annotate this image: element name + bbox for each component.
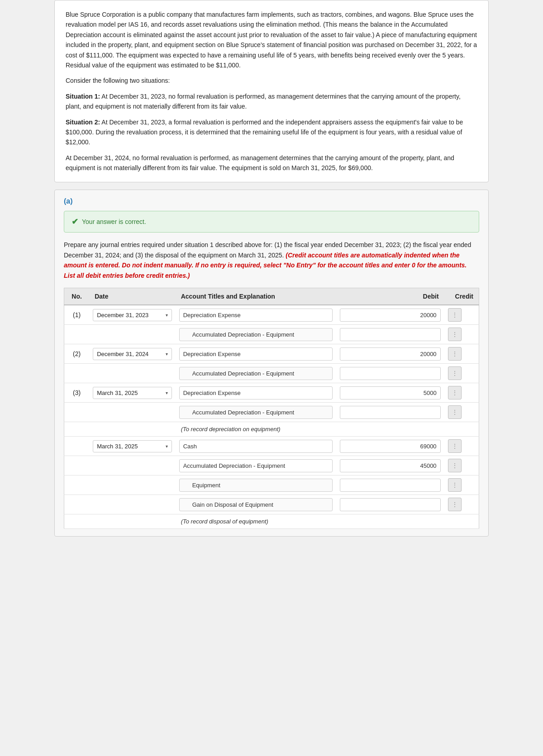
debit-amount-input[interactable] [340,367,441,380]
debit-amount-input[interactable] [340,479,441,492]
ellipsis-icon: ⋮ [452,312,457,318]
account-title-input[interactable] [179,406,333,419]
note-row: (To record disposal of equipment) [64,514,479,529]
chevron-down-icon: ▾ [166,313,168,318]
ellipsis-icon: ⋮ [452,331,457,338]
ellipsis-icon: ⋮ [452,370,457,376]
ellipsis-icon: ⋮ [452,501,457,508]
row-account [176,475,336,495]
context-paragraph-2: Consider the following two situations: [66,76,477,86]
row-action-button[interactable]: ⋮ [448,459,462,472]
account-title-input[interactable] [179,498,333,511]
row-action-button[interactable]: ⋮ [448,328,462,341]
account-title-input[interactable] [179,328,333,341]
row-credit: ⋮ [444,495,479,514]
row-debit [336,403,444,422]
debit-amount-input[interactable] [340,386,441,399]
row-debit [336,344,444,364]
date-dropdown[interactable]: March 31, 2025▾ [93,387,171,399]
row-no [64,456,90,475]
row-action-button[interactable]: ⋮ [448,308,462,322]
ellipsis-icon: ⋮ [452,443,457,449]
chevron-down-icon: ▾ [166,352,168,357]
row-date: December 31, 2023▾ [89,305,175,325]
account-title-input[interactable] [179,309,333,322]
date-value: December 31, 2023 [97,312,148,319]
date-dropdown[interactable]: March 31, 2025▾ [93,440,171,452]
note-text: (To record disposal of equipment) [176,514,479,529]
section-a-label: (a) [64,197,479,205]
row-action-button[interactable]: ⋮ [448,347,462,361]
context-paragraph-1: Blue Spruce Corporation is a public comp… [66,10,477,70]
row-no: (3) [64,383,90,403]
row-credit: ⋮ [444,403,479,422]
context-paragraph-3: At December 31, 2024, no formal revaluat… [66,153,477,173]
date-value: March 31, 2025 [97,390,138,396]
table-row: ⋮ [64,456,479,475]
ellipsis-icon: ⋮ [452,482,457,488]
row-action-button[interactable]: ⋮ [448,498,462,511]
row-account [176,305,336,325]
row-credit: ⋮ [444,364,479,383]
row-action-button[interactable]: ⋮ [448,439,462,453]
debit-amount-input[interactable] [340,328,441,341]
col-header-debit: Debit [336,288,444,305]
row-debit [336,437,444,456]
row-date [89,495,175,514]
row-no [64,403,90,422]
row-credit: ⋮ [444,305,479,325]
row-debit [336,475,444,495]
ellipsis-icon: ⋮ [452,409,457,415]
date-value: March 31, 2025 [97,443,138,450]
table-row: ⋮ [64,475,479,495]
table-row: March 31, 2025▾⋮ [64,437,479,456]
row-credit: ⋮ [444,475,479,495]
debit-amount-input[interactable] [340,498,441,511]
account-title-input[interactable] [179,440,333,453]
row-debit [336,456,444,475]
row-debit [336,495,444,514]
note-row: (To record depreciation on equipment) [64,422,479,437]
debit-amount-input[interactable] [340,459,441,472]
note-text: (To record depreciation on equipment) [176,422,479,437]
note-date [89,514,175,529]
context-box: Blue Spruce Corporation is a public comp… [54,0,489,182]
row-date [89,475,175,495]
row-action-button[interactable]: ⋮ [448,405,462,419]
table-row: (1)December 31, 2023▾⋮ [64,305,479,325]
date-dropdown[interactable]: December 31, 2023▾ [93,309,171,321]
row-action-button[interactable]: ⋮ [448,366,462,380]
table-row: (3)March 31, 2025▾⋮ [64,383,479,403]
debit-amount-input[interactable] [340,440,441,453]
ellipsis-icon: ⋮ [452,351,457,357]
row-account [176,325,336,344]
date-dropdown[interactable]: December 31, 2024▾ [93,348,171,360]
row-action-button[interactable]: ⋮ [448,386,462,399]
debit-amount-input[interactable] [340,347,441,361]
table-row: ⋮ [64,364,479,383]
date-value: December 31, 2024 [97,351,148,357]
row-date: March 31, 2025▾ [89,383,175,403]
account-title-input[interactable] [179,459,333,472]
row-debit [336,305,444,325]
row-account [176,403,336,422]
account-title-input[interactable] [179,479,333,492]
journal-table: No. Date Account Titles and Explanation … [64,288,479,529]
row-no: (1) [64,305,90,325]
row-date [89,403,175,422]
row-debit [336,383,444,403]
account-title-input[interactable] [179,386,333,399]
ellipsis-icon: ⋮ [452,390,457,396]
table-row: ⋮ [64,495,479,514]
debit-amount-input[interactable] [340,309,441,322]
row-account [176,437,336,456]
row-action-button[interactable]: ⋮ [448,478,462,492]
debit-amount-input[interactable] [340,406,441,419]
row-credit: ⋮ [444,383,479,403]
row-date [89,325,175,344]
col-header-no: No. [64,288,90,305]
account-title-input[interactable] [179,367,333,380]
account-title-input[interactable] [179,347,333,361]
situation1-label: Situation 1: [66,93,100,100]
correct-message: Your answer is correct. [82,218,146,225]
